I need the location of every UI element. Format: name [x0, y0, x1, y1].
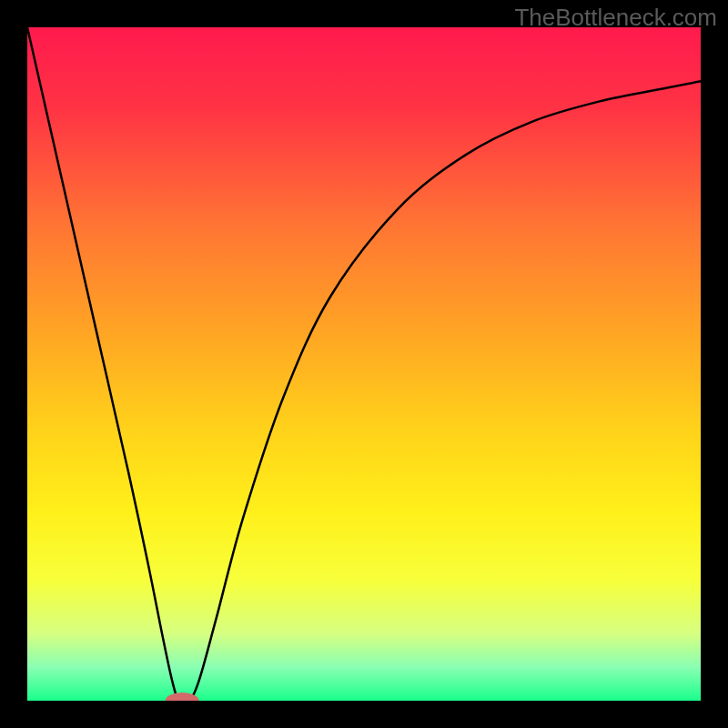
chart-container: TheBottleneck.com [0, 0, 728, 728]
frame-border [0, 0, 27, 728]
frame-border [0, 701, 728, 728]
bottleneck-chart [0, 0, 728, 728]
watermark-text: TheBottleneck.com [514, 4, 717, 32]
frame-border [701, 0, 728, 728]
plot-background [27, 27, 701, 701]
